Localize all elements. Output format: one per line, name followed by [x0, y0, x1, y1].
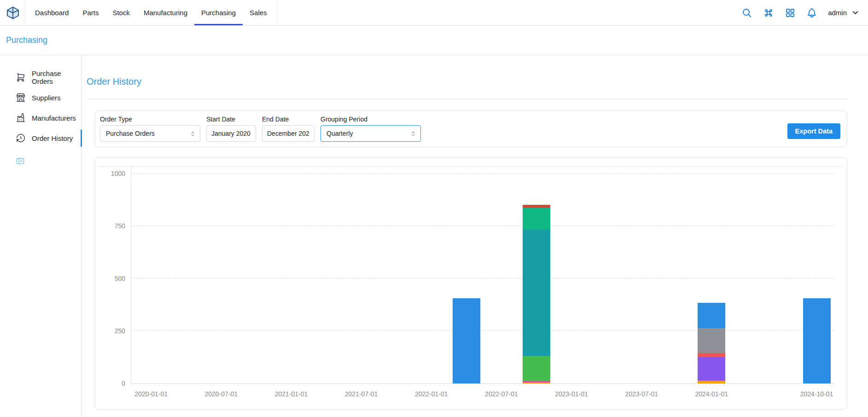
tab-parts[interactable]: Parts [76, 0, 105, 25]
sidebar-item-purchase-orders[interactable]: Purchase Orders [0, 67, 81, 87]
content-row: Purchase Orders Suppliers Manufacturers … [0, 55, 868, 417]
command-icon[interactable] [763, 7, 774, 18]
tab-sales[interactable]: Sales [243, 0, 274, 25]
top-navbar: Dashboard Parts Stock Manufacturing Purc… [0, 0, 868, 26]
sidebar-item-label: Purchase Orders [32, 70, 81, 85]
chart-bar-2022-04-01[interactable] [453, 298, 480, 383]
grouping-period-field: Grouping Period Quarterly [320, 116, 421, 142]
building-store-icon [16, 93, 26, 103]
bar-segment [698, 357, 725, 381]
page-title: Order History [87, 76, 847, 87]
x-axis-tick-label: 2020-07-01 [205, 390, 238, 398]
sidebar-item-label: Suppliers [32, 94, 61, 102]
search-icon[interactable] [741, 7, 752, 18]
history-clock-icon [16, 133, 26, 143]
selector-chevrons-icon [410, 130, 417, 137]
collapse-sidebar-icon[interactable] [16, 156, 25, 166]
chart-card: 025050075010002020-01-012020-07-012021-0… [95, 157, 847, 410]
x-axis-tick-label: 2023-01-01 [555, 390, 588, 398]
order-type-value: Purchase Orders [106, 130, 155, 137]
chevron-down-icon [851, 8, 860, 17]
shopping-cart-icon [16, 72, 26, 82]
navbar-right: admin [741, 7, 860, 18]
y-axis-tick-label: 0 [122, 380, 125, 387]
y-axis-tick-label: 1000 [111, 170, 125, 177]
navbar-left: Dashboard Parts Stock Manufacturing Purc… [5, 0, 277, 25]
sidebar-item-label: Order History [32, 134, 73, 142]
y-gridline [131, 278, 834, 278]
start-date-label: Start Date [206, 116, 256, 123]
y-gridline [131, 330, 834, 331]
bar-segment [698, 328, 725, 353]
order-type-label: Order Type [100, 116, 200, 123]
start-date-field: Start Date [206, 116, 256, 142]
bar-segment [698, 381, 725, 383]
end-date-input[interactable] [262, 125, 315, 142]
bar-segment [523, 208, 550, 230]
grouping-period-select[interactable]: Quarterly [320, 125, 421, 142]
x-axis-tick-label: 2024-10-01 [800, 390, 833, 398]
sidebar-item-label: Manufacturers [32, 114, 76, 122]
apps-grid-icon[interactable] [785, 7, 796, 18]
chart-top-gridline [99, 166, 842, 167]
x-axis-tick-label: 2021-01-01 [275, 390, 308, 398]
x-axis-tick-label: 2024-01-01 [695, 390, 728, 398]
heading-divider [87, 99, 847, 99]
x-axis-tick-label: 2020-01-01 [134, 390, 168, 398]
sidebar-item-suppliers[interactable]: Suppliers [0, 87, 81, 108]
export-data-button[interactable]: Export Data [787, 123, 840, 139]
bar-segment [803, 298, 831, 383]
x-axis-tick-label: 2022-01-01 [415, 390, 448, 398]
grouping-period-value: Quarterly [326, 130, 353, 137]
x-axis-tick-label: 2021-07-01 [345, 390, 378, 398]
sidebar: Purchase Orders Suppliers Manufacturers … [0, 55, 82, 417]
bar-segment [453, 298, 480, 383]
breadcrumb-bar: Purchasing [0, 26, 868, 55]
x-axis-tick-label: 2023-07-01 [625, 390, 658, 398]
sidebar-item-order-history[interactable]: Order History [0, 128, 81, 148]
user-menu[interactable]: admin [828, 8, 860, 17]
tab-stock[interactable]: Stock [105, 0, 137, 25]
end-date-label: End Date [262, 116, 315, 123]
y-gridline [131, 173, 834, 174]
tab-manufacturing[interactable]: Manufacturing [137, 0, 194, 25]
tab-purchasing[interactable]: Purchasing [194, 0, 243, 25]
chart-bar-2024-01-01[interactable] [698, 303, 725, 383]
bar-segment [698, 353, 725, 357]
sidebar-item-manufacturers[interactable]: Manufacturers [0, 108, 81, 128]
app-logo-icon[interactable] [6, 6, 20, 20]
bar-segment [523, 230, 550, 356]
order-type-select[interactable]: Purchase Orders [100, 125, 200, 142]
main-panel: Order History Order Type Purchase Orders… [82, 55, 868, 417]
order-type-field: Order Type Purchase Orders [100, 116, 200, 142]
bar-segment [698, 303, 725, 329]
bar-segment [523, 382, 550, 383]
username: admin [828, 9, 847, 17]
y-axis-tick-label: 500 [115, 275, 125, 282]
chart-bar-2024-10-01[interactable] [803, 298, 831, 383]
y-axis-tick-label: 250 [115, 328, 125, 334]
end-date-field: End Date [262, 116, 315, 142]
y-axis-tick-label: 750 [115, 223, 125, 229]
x-axis-tick-label: 2022-07-01 [485, 390, 518, 398]
bell-icon[interactable] [806, 7, 817, 18]
y-gridline [131, 226, 834, 226]
tab-dashboard[interactable]: Dashboard [28, 0, 76, 25]
grouping-period-label: Grouping Period [320, 116, 421, 123]
start-date-input[interactable] [206, 125, 256, 142]
plot-area: 025050075010002020-01-012020-07-012021-0… [131, 166, 834, 384]
breadcrumb-purchasing[interactable]: Purchasing [6, 35, 47, 45]
bar-segment [523, 356, 550, 381]
filter-panel: Order Type Purchase Orders Start Date En… [95, 110, 847, 147]
chart-bar-2022-10-01[interactable] [523, 205, 550, 383]
main-nav-tabs: Dashboard Parts Stock Manufacturing Purc… [25, 0, 277, 25]
selector-chevrons-icon [189, 130, 196, 137]
building-factory-icon [16, 113, 26, 123]
